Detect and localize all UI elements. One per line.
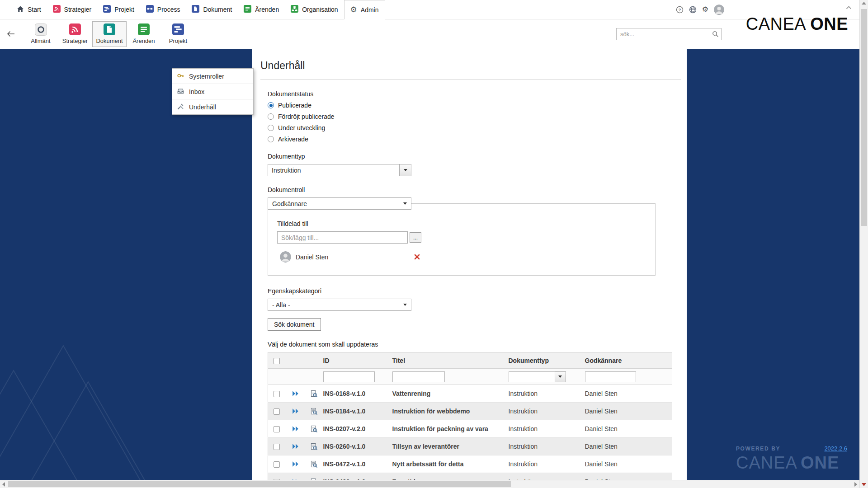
column-header-godkannare[interactable]: Godkännare <box>585 352 672 369</box>
open-chevron-icon[interactable] <box>286 385 305 402</box>
tab-projekt[interactable]: Projekt <box>97 0 140 19</box>
preview-document-icon[interactable] <box>305 455 323 473</box>
tab-label: Dokument <box>203 6 232 13</box>
row-checkbox[interactable] <box>274 461 280 468</box>
version-link[interactable]: 2022.2.6 <box>824 445 847 452</box>
app-item-dokument[interactable]: Dokument <box>92 21 127 47</box>
search-icon[interactable] <box>712 31 719 39</box>
filter-dokumenttyp-input[interactable] <box>509 371 555 382</box>
assigned-person-row: Daniel Sten <box>277 249 423 265</box>
filter-id-input[interactable] <box>323 371 375 382</box>
radio-option-arkiverade[interactable]: Arkiverade <box>268 136 687 143</box>
tab-strategier[interactable]: Strategier <box>47 0 98 19</box>
radio-option-publicerade[interactable]: Publicerade <box>268 102 687 109</box>
workspace: Systemroller Inbox Underhåll Underhåll D… <box>0 49 868 488</box>
cell-dokumenttyp: Instruktion <box>509 438 585 455</box>
logo-text-canea: CANEA <box>746 14 806 33</box>
tab-start[interactable]: Start <box>11 0 47 19</box>
row-checkbox[interactable] <box>274 391 280 397</box>
search-input[interactable] <box>616 28 722 40</box>
cell-titel: Nytt arbetssätt för detta <box>392 455 509 473</box>
menu-item-underhall[interactable]: Underhåll <box>172 99 253 114</box>
radio-icon <box>268 113 274 120</box>
filter-dokumenttyp-dropdown-button[interactable] <box>555 371 566 382</box>
select-all-checkbox[interactable] <box>274 358 280 364</box>
app-item-allmant[interactable]: Allmänt <box>24 21 58 47</box>
cell-dokumenttyp: Instruktion <box>509 385 585 403</box>
tab-admin[interactable]: ⚙ Admin <box>344 0 385 19</box>
vertical-scrollbar-thumb[interactable] <box>861 9 867 226</box>
powered-by-watermark: POWERED BY 2022.2.6 CANEAONE <box>736 445 847 473</box>
radio-option-fordrojt-publicerade[interactable]: Fördröjt publicerade <box>268 113 687 120</box>
app-label: Strategier <box>62 38 88 44</box>
app-item-strategier[interactable]: Strategier <box>58 21 92 47</box>
tab-arenden[interactable]: Ärenden <box>238 0 285 19</box>
top-chrome: Start Strategier Projekt Process Dokumen… <box>0 0 868 49</box>
browse-button[interactable]: ... <box>410 232 421 243</box>
menu-item-inbox[interactable]: Inbox <box>172 84 253 99</box>
help-icon[interactable]: ? <box>676 6 684 14</box>
svg-text:?: ? <box>678 7 681 12</box>
tab-dokument[interactable]: Dokument <box>186 0 238 19</box>
open-chevron-icon[interactable] <box>286 438 305 455</box>
scroll-up-arrow[interactable] <box>860 2 868 5</box>
egenskapskategori-label: Egenskapskategori <box>268 287 687 295</box>
column-header-id[interactable]: ID <box>323 352 392 369</box>
admin-context-menu: Systemroller Inbox Underhåll <box>172 68 254 115</box>
app-item-projekt[interactable]: Projekt <box>161 21 195 47</box>
powered-by-text: POWERED BY <box>736 446 780 452</box>
dokumenttyp-dropdown-button[interactable] <box>400 164 411 176</box>
menu-item-systemroller[interactable]: Systemroller <box>172 69 253 84</box>
vertical-scrollbar[interactable] <box>859 0 868 488</box>
cell-godkannare: Daniel Sten <box>585 420 672 438</box>
tab-process[interactable]: Process <box>140 0 186 19</box>
dokumenttyp-combobox <box>268 164 687 176</box>
collapse-chevron-icon[interactable] <box>846 3 852 11</box>
back-arrow-icon[interactable] <box>6 30 15 38</box>
table-row: INS-0184-v.1.0 Instruktion för webbdemo … <box>268 403 672 420</box>
column-header-dokumenttyp[interactable]: Dokumenttyp <box>509 352 585 369</box>
globe-icon[interactable] <box>689 6 697 14</box>
horizontal-scrollbar[interactable] <box>0 480 859 488</box>
dokumenttyp-input[interactable] <box>268 164 400 176</box>
horizontal-scrollbar-thumb[interactable] <box>8 481 511 487</box>
row-checkbox[interactable] <box>274 444 280 450</box>
chevron-down-icon <box>403 304 407 306</box>
row-checkbox[interactable] <box>274 426 280 432</box>
chevron-down-icon <box>403 202 407 205</box>
row-checkbox[interactable] <box>274 408 280 415</box>
home-icon <box>17 5 24 14</box>
scroll-left-arrow[interactable] <box>2 482 5 487</box>
process-icon <box>146 5 154 14</box>
column-header-titel[interactable]: Titel <box>392 352 509 369</box>
logo-text-one: ONE <box>810 14 848 33</box>
tilldelad-search-input[interactable] <box>277 231 408 244</box>
filter-titel-input[interactable] <box>392 371 445 382</box>
tab-label: Process <box>157 6 180 13</box>
open-chevron-icon[interactable] <box>286 403 305 420</box>
open-chevron-icon[interactable] <box>286 455 305 473</box>
preview-document-icon[interactable] <box>305 438 323 455</box>
dokumentroll-label: Dokumentroll <box>268 186 687 193</box>
table-caption: Välj de dokument som skall uppdateras <box>268 341 687 348</box>
open-chevron-icon[interactable] <box>286 420 305 437</box>
app-item-arenden[interactable]: Ärenden <box>127 21 161 47</box>
radio-option-under-utveckling[interactable]: Under utveckling <box>268 124 687 131</box>
user-avatar[interactable] <box>714 5 724 15</box>
preview-document-icon[interactable] <box>305 420 323 437</box>
dokumentroll-select[interactable]: Godkännare <box>268 197 411 210</box>
scroll-right-arrow[interactable] <box>854 482 857 487</box>
egenskapskategori-select[interactable]: - Alla - <box>268 299 411 311</box>
settings-gear-icon[interactable]: ⚙ <box>702 6 708 13</box>
tilldelad-fieldset: Tilldelad till ... Daniel Sten <box>268 203 656 276</box>
filter-godkannare-input[interactable] <box>585 371 636 382</box>
remove-person-icon[interactable] <box>414 254 420 260</box>
sok-dokument-button[interactable]: Sök dokument <box>268 318 321 331</box>
project-icon <box>103 5 111 14</box>
preview-document-icon[interactable] <box>305 385 323 402</box>
tab-organisation[interactable]: Organisation <box>285 0 344 19</box>
preview-document-icon[interactable] <box>305 403 323 420</box>
cell-dokumenttyp: Instruktion <box>509 420 585 438</box>
scroll-down-arrow[interactable] <box>860 483 868 486</box>
person-name: Daniel Sten <box>296 253 328 261</box>
